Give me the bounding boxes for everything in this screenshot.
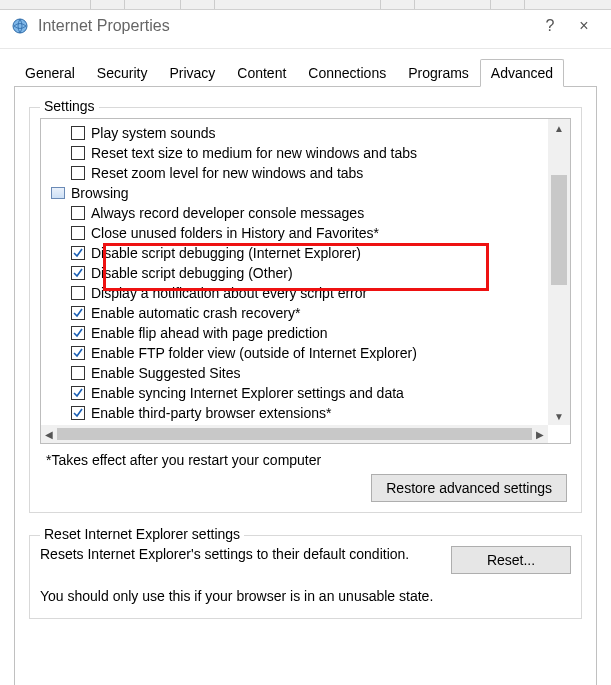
tree-item-label: Reset zoom level for new windows and tab… (91, 163, 363, 183)
tab-content[interactable]: Content (226, 59, 297, 87)
tab-programs[interactable]: Programs (397, 59, 480, 87)
tree-item[interactable]: Enable Suggested Sites (45, 363, 548, 383)
tree-item[interactable]: Display a notification about every scrip… (45, 283, 548, 303)
reset-group-label: Reset Internet Explorer settings (40, 526, 244, 542)
checkbox[interactable] (71, 386, 85, 400)
checkbox[interactable] (71, 166, 85, 180)
vertical-scrollbar[interactable]: ▲ ▼ (548, 119, 570, 425)
reset-button[interactable]: Reset... (451, 546, 571, 574)
tree-item[interactable]: Enable automatic crash recovery* (45, 303, 548, 323)
reset-warning: You should only use this if your browser… (40, 588, 571, 604)
help-button[interactable]: ? (533, 14, 567, 38)
tab-strip: GeneralSecurityPrivacyContentConnections… (14, 59, 597, 87)
tree-item-label: Reset text size to medium for new window… (91, 143, 417, 163)
svg-point-0 (13, 19, 27, 33)
tree-item-label: Disable script debugging (Other) (91, 263, 293, 283)
restore-advanced-settings-button[interactable]: Restore advanced settings (371, 474, 567, 502)
tree-item[interactable]: Close unused folders in History and Favo… (45, 223, 548, 243)
scroll-thumb[interactable] (551, 175, 567, 285)
checkbox[interactable] (71, 226, 85, 240)
tree-item-label: Enable flip ahead with page prediction (91, 323, 328, 343)
tree-item[interactable]: Enable syncing Internet Explorer setting… (45, 383, 548, 403)
window-title: Internet Properties (38, 17, 533, 35)
tree-item[interactable]: Always record developer console messages (45, 203, 548, 223)
scroll-left-icon[interactable]: ◀ (45, 429, 53, 440)
tree-item[interactable]: Disable script debugging (Internet Explo… (45, 243, 548, 263)
tree-item-label: Enable automatic crash recovery* (91, 303, 300, 323)
horizontal-scrollbar[interactable]: ◀ ▶ (41, 425, 548, 443)
reset-group: Reset Internet Explorer settings Resets … (29, 535, 582, 619)
checkbox[interactable] (71, 206, 85, 220)
hscroll-thumb[interactable] (57, 428, 532, 440)
tab-security[interactable]: Security (86, 59, 159, 87)
checkbox[interactable] (71, 366, 85, 380)
tab-connections[interactable]: Connections (297, 59, 397, 87)
folder-icon (51, 187, 65, 199)
tree-item-label: Display a notification about every scrip… (91, 283, 367, 303)
checkbox[interactable] (71, 406, 85, 420)
tree-item[interactable]: Reset text size to medium for new window… (45, 143, 548, 163)
checkbox[interactable] (71, 326, 85, 340)
internet-properties-dialog: Internet Properties ? × GeneralSecurityP… (0, 10, 611, 685)
tree-item-label: Enable syncing Internet Explorer setting… (91, 383, 404, 403)
settings-group: Settings Play system soundsReset text si… (29, 107, 582, 513)
close-button[interactable]: × (567, 14, 601, 38)
titlebar: Internet Properties ? × (0, 10, 611, 49)
checkbox[interactable] (71, 146, 85, 160)
tree-group[interactable]: Browsing (45, 183, 548, 203)
tree-item[interactable]: Enable flip ahead with page prediction (45, 323, 548, 343)
settings-tree[interactable]: Play system soundsReset text size to med… (40, 118, 571, 444)
tree-item-label: Enable third-party browser extensions* (91, 403, 331, 423)
tree-item-label: Play system sounds (91, 123, 216, 143)
tree-item-label: Disable script debugging (Internet Explo… (91, 243, 361, 263)
tree-item[interactable]: Reset zoom level for new windows and tab… (45, 163, 548, 183)
scroll-right-icon[interactable]: ▶ (536, 429, 544, 440)
tree-item-label: Enable Suggested Sites (91, 363, 240, 383)
checkbox[interactable] (71, 346, 85, 360)
tree-item[interactable]: Enable third-party browser extensions* (45, 403, 548, 423)
window-strip (0, 0, 611, 10)
tree-item-label: Always record developer console messages (91, 203, 364, 223)
tree-item[interactable]: Play system sounds (45, 123, 548, 143)
tree-group-label: Browsing (71, 183, 129, 203)
internet-options-icon (10, 16, 30, 36)
tab-privacy[interactable]: Privacy (158, 59, 226, 87)
tree-item-label: Close unused folders in History and Favo… (91, 223, 379, 243)
scroll-up-icon[interactable]: ▲ (548, 119, 570, 137)
reset-description: Resets Internet Explorer's settings to t… (40, 546, 431, 562)
advanced-tab-panel: Settings Play system soundsReset text si… (14, 86, 597, 685)
restart-note: *Takes effect after you restart your com… (46, 452, 571, 468)
checkbox[interactable] (71, 286, 85, 300)
checkbox[interactable] (71, 266, 85, 280)
tree-item[interactable]: Enable FTP folder view (outside of Inter… (45, 343, 548, 363)
tab-general[interactable]: General (14, 59, 86, 87)
tree-item[interactable]: Disable script debugging (Other) (45, 263, 548, 283)
checkbox[interactable] (71, 306, 85, 320)
tab-advanced[interactable]: Advanced (480, 59, 564, 87)
checkbox[interactable] (71, 246, 85, 260)
scroll-down-icon[interactable]: ▼ (548, 407, 570, 425)
tree-item-label: Enable FTP folder view (outside of Inter… (91, 343, 417, 363)
checkbox[interactable] (71, 126, 85, 140)
settings-group-label: Settings (40, 98, 99, 114)
